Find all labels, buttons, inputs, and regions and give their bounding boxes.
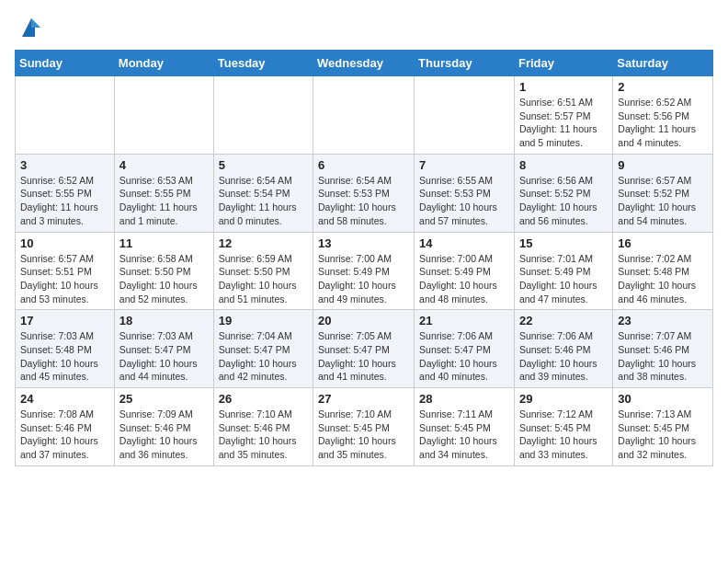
day-cell bbox=[114, 76, 213, 155]
day-cell: 14Sunrise: 7:00 AMSunset: 5:49 PMDayligh… bbox=[415, 232, 515, 310]
day-cell: 27Sunrise: 7:10 AMSunset: 5:45 PMDayligh… bbox=[313, 388, 415, 466]
calendar: SundayMondayTuesdayWednesdayThursdayFrid… bbox=[15, 50, 713, 466]
day-cell: 25Sunrise: 7:09 AMSunset: 5:46 PMDayligh… bbox=[114, 388, 213, 466]
day-number: 21 bbox=[419, 314, 509, 327]
weekday-header-friday: Friday bbox=[514, 51, 612, 76]
day-number: 30 bbox=[618, 392, 708, 406]
day-info: Sunrise: 7:06 AMSunset: 5:47 PMDaylight:… bbox=[419, 329, 509, 384]
day-number: 16 bbox=[618, 236, 708, 250]
weekday-header-saturday: Saturday bbox=[613, 51, 713, 76]
day-cell: 3Sunrise: 6:52 AMSunset: 5:55 PMDaylight… bbox=[16, 154, 115, 232]
weekday-header-thursday: Thursday bbox=[415, 51, 515, 76]
day-number: 1 bbox=[519, 80, 608, 94]
day-cell bbox=[16, 76, 115, 155]
week-row-5: 24Sunrise: 7:08 AMSunset: 5:46 PMDayligh… bbox=[16, 388, 713, 466]
day-cell: 8Sunrise: 6:56 AMSunset: 5:52 PMDaylight… bbox=[514, 154, 612, 232]
weekday-header-sunday: Sunday bbox=[16, 51, 115, 76]
day-cell: 7Sunrise: 6:55 AMSunset: 5:53 PMDaylight… bbox=[415, 154, 515, 232]
day-info: Sunrise: 6:54 AMSunset: 5:54 PMDaylight:… bbox=[219, 174, 308, 228]
day-info: Sunrise: 7:11 AMSunset: 5:45 PMDaylight:… bbox=[419, 408, 509, 462]
day-cell: 11Sunrise: 6:58 AMSunset: 5:50 PMDayligh… bbox=[114, 232, 213, 310]
day-cell: 23Sunrise: 7:07 AMSunset: 5:46 PMDayligh… bbox=[613, 310, 713, 388]
day-info: Sunrise: 6:54 AMSunset: 5:53 PMDaylight:… bbox=[318, 174, 409, 228]
day-cell: 6Sunrise: 6:54 AMSunset: 5:53 PMDaylight… bbox=[313, 154, 415, 232]
day-info: Sunrise: 6:57 AMSunset: 5:52 PMDaylight:… bbox=[618, 174, 708, 228]
page: SundayMondayTuesdayWednesdayThursdayFrid… bbox=[0, 0, 728, 476]
day-info: Sunrise: 7:03 AMSunset: 5:48 PMDaylight:… bbox=[20, 329, 109, 384]
day-number: 17 bbox=[20, 314, 109, 327]
day-cell: 30Sunrise: 7:13 AMSunset: 5:45 PMDayligh… bbox=[613, 388, 713, 466]
day-info: Sunrise: 7:03 AMSunset: 5:47 PMDaylight:… bbox=[119, 329, 209, 384]
day-info: Sunrise: 7:10 AMSunset: 5:46 PMDaylight:… bbox=[219, 408, 308, 462]
day-cell: 17Sunrise: 7:03 AMSunset: 5:48 PMDayligh… bbox=[16, 310, 115, 388]
day-info: Sunrise: 6:58 AMSunset: 5:50 PMDaylight:… bbox=[119, 252, 209, 306]
day-info: Sunrise: 6:52 AMSunset: 5:56 PMDaylight:… bbox=[618, 96, 708, 150]
day-info: Sunrise: 6:56 AMSunset: 5:52 PMDaylight:… bbox=[519, 174, 608, 228]
week-row-3: 10Sunrise: 6:57 AMSunset: 5:51 PMDayligh… bbox=[16, 232, 713, 310]
day-number: 29 bbox=[519, 392, 608, 406]
day-number: 23 bbox=[618, 314, 708, 327]
day-info: Sunrise: 6:53 AMSunset: 5:55 PMDaylight:… bbox=[119, 174, 209, 228]
day-info: Sunrise: 6:55 AMSunset: 5:53 PMDaylight:… bbox=[419, 174, 509, 228]
svg-marker-1 bbox=[31, 18, 40, 28]
day-number: 6 bbox=[318, 158, 409, 172]
day-number: 15 bbox=[519, 236, 608, 250]
day-info: Sunrise: 7:07 AMSunset: 5:46 PMDaylight:… bbox=[618, 329, 708, 384]
day-number: 19 bbox=[219, 314, 308, 327]
weekday-header-wednesday: Wednesday bbox=[313, 51, 415, 76]
week-row-4: 17Sunrise: 7:03 AMSunset: 5:48 PMDayligh… bbox=[16, 310, 713, 388]
day-info: Sunrise: 7:05 AMSunset: 5:47 PMDaylight:… bbox=[318, 329, 409, 384]
day-number: 2 bbox=[618, 80, 708, 94]
week-row-2: 3Sunrise: 6:52 AMSunset: 5:55 PMDaylight… bbox=[16, 154, 713, 232]
day-cell: 26Sunrise: 7:10 AMSunset: 5:46 PMDayligh… bbox=[213, 388, 313, 466]
day-cell: 21Sunrise: 7:06 AMSunset: 5:47 PMDayligh… bbox=[415, 310, 515, 388]
day-cell: 1Sunrise: 6:51 AMSunset: 5:57 PMDaylight… bbox=[514, 76, 612, 155]
day-number: 22 bbox=[519, 314, 608, 327]
weekday-header-tuesday: Tuesday bbox=[213, 51, 313, 76]
day-number: 10 bbox=[20, 236, 109, 250]
day-number: 26 bbox=[219, 392, 308, 406]
day-cell: 19Sunrise: 7:04 AMSunset: 5:47 PMDayligh… bbox=[213, 310, 313, 388]
day-cell: 22Sunrise: 7:06 AMSunset: 5:46 PMDayligh… bbox=[514, 310, 612, 388]
day-number: 9 bbox=[618, 158, 708, 172]
day-info: Sunrise: 7:04 AMSunset: 5:47 PMDaylight:… bbox=[219, 329, 308, 384]
day-cell: 10Sunrise: 6:57 AMSunset: 5:51 PMDayligh… bbox=[16, 232, 115, 310]
day-cell: 2Sunrise: 6:52 AMSunset: 5:56 PMDaylight… bbox=[613, 76, 713, 155]
day-number: 13 bbox=[318, 236, 409, 250]
weekday-header-monday: Monday bbox=[114, 51, 213, 76]
day-info: Sunrise: 6:57 AMSunset: 5:51 PMDaylight:… bbox=[20, 252, 109, 306]
day-number: 18 bbox=[119, 314, 209, 327]
day-number: 20 bbox=[318, 314, 409, 327]
day-number: 25 bbox=[119, 392, 209, 406]
day-number: 24 bbox=[20, 392, 109, 406]
day-info: Sunrise: 7:08 AMSunset: 5:46 PMDaylight:… bbox=[20, 408, 109, 462]
day-cell: 16Sunrise: 7:02 AMSunset: 5:48 PMDayligh… bbox=[613, 232, 713, 310]
header bbox=[15, 15, 713, 40]
weekday-header-row: SundayMondayTuesdayWednesdayThursdayFrid… bbox=[16, 51, 713, 76]
day-cell bbox=[213, 76, 313, 155]
day-number: 14 bbox=[419, 236, 509, 250]
day-cell: 28Sunrise: 7:11 AMSunset: 5:45 PMDayligh… bbox=[415, 388, 515, 466]
day-info: Sunrise: 7:13 AMSunset: 5:45 PMDaylight:… bbox=[618, 408, 708, 462]
day-cell: 18Sunrise: 7:03 AMSunset: 5:47 PMDayligh… bbox=[114, 310, 213, 388]
day-number: 3 bbox=[20, 158, 109, 172]
day-number: 4 bbox=[119, 158, 209, 172]
day-info: Sunrise: 7:10 AMSunset: 5:45 PMDaylight:… bbox=[318, 408, 409, 462]
day-cell: 15Sunrise: 7:01 AMSunset: 5:49 PMDayligh… bbox=[514, 232, 612, 310]
logo bbox=[15, 15, 44, 40]
day-cell: 24Sunrise: 7:08 AMSunset: 5:46 PMDayligh… bbox=[16, 388, 115, 466]
day-cell: 9Sunrise: 6:57 AMSunset: 5:52 PMDaylight… bbox=[613, 154, 713, 232]
day-info: Sunrise: 7:00 AMSunset: 5:49 PMDaylight:… bbox=[419, 252, 509, 306]
day-number: 7 bbox=[419, 158, 509, 172]
day-cell bbox=[313, 76, 415, 155]
day-info: Sunrise: 6:59 AMSunset: 5:50 PMDaylight:… bbox=[219, 252, 308, 306]
week-row-1: 1Sunrise: 6:51 AMSunset: 5:57 PMDaylight… bbox=[16, 76, 713, 155]
day-info: Sunrise: 7:12 AMSunset: 5:45 PMDaylight:… bbox=[519, 408, 608, 462]
day-number: 11 bbox=[119, 236, 209, 250]
day-number: 12 bbox=[219, 236, 308, 250]
day-cell: 20Sunrise: 7:05 AMSunset: 5:47 PMDayligh… bbox=[313, 310, 415, 388]
day-number: 5 bbox=[219, 158, 308, 172]
day-cell bbox=[415, 76, 515, 155]
day-info: Sunrise: 6:51 AMSunset: 5:57 PMDaylight:… bbox=[519, 96, 608, 150]
day-info: Sunrise: 7:02 AMSunset: 5:48 PMDaylight:… bbox=[618, 252, 708, 306]
